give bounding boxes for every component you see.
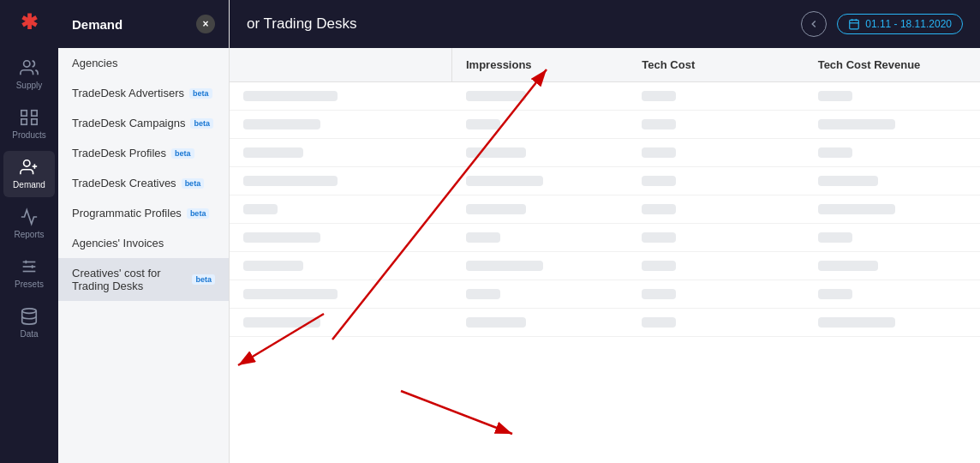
svg-rect-14 [850, 20, 859, 28]
menu-item-creatives-cost[interactable]: Creatives' cost for Trading Desks beta [58, 258, 229, 301]
svg-line-23 [401, 391, 512, 434]
dropdown-title: Demand [72, 17, 122, 32]
skeleton [642, 204, 676, 214]
demand-label: Demand [13, 180, 45, 190]
skeleton [243, 261, 303, 271]
col-header-0 [230, 48, 452, 81]
beta-badge: beta [187, 208, 210, 219]
table-row [230, 252, 980, 280]
skeleton [818, 176, 878, 186]
tradedesk-advertisers-label: TradeDesk Advertisers [72, 87, 184, 99]
skeleton [818, 317, 895, 328]
skeleton [818, 232, 852, 243]
products-icon [20, 108, 39, 127]
reports-label: Reports [14, 230, 44, 240]
data-label: Data [20, 329, 38, 340]
sidebar-item-presets[interactable]: Presets [3, 250, 55, 297]
creatives-cost-label: Creatives' cost for Trading Desks [72, 267, 187, 292]
skeleton [466, 232, 500, 243]
data-icon [20, 307, 39, 326]
skeleton [243, 176, 338, 186]
skeleton [818, 204, 895, 214]
skeleton [466, 176, 543, 186]
presets-icon [20, 257, 39, 276]
skeleton [642, 289, 676, 299]
skeleton [243, 204, 278, 214]
table-row [230, 167, 980, 195]
presets-label: Presets [15, 280, 44, 290]
tradedesk-campaigns-label: TradeDesk Campaigns [72, 117, 185, 129]
menu-item-tradedesk-advertisers[interactable]: TradeDesk Advertisers beta [58, 78, 229, 108]
close-button[interactable]: × [196, 15, 215, 33]
skeleton [466, 119, 500, 129]
skeleton [243, 147, 303, 158]
date-range-badge[interactable]: 01.11 - 18.11.2020 [837, 14, 963, 34]
table-row [230, 309, 980, 337]
page-title: or Trading Desks [247, 15, 357, 33]
tradedesk-creatives-label: TradeDesk Creatives [72, 177, 176, 189]
svg-point-0 [24, 61, 30, 67]
table-header: Impressions Tech Cost Tech Cost Revenue [230, 48, 980, 82]
menu-item-tradedesk-campaigns[interactable]: TradeDesk Campaigns beta [58, 108, 229, 138]
skeleton [818, 261, 878, 271]
svg-rect-1 [21, 111, 27, 116]
beta-badge: beta [189, 88, 212, 99]
sidebar-item-supply[interactable]: Supply [3, 51, 55, 98]
skeleton [642, 232, 676, 243]
skeleton [243, 289, 338, 299]
date-range-text: 01.11 - 18.11.2020 [865, 18, 952, 30]
skeleton [818, 91, 852, 101]
skeleton [243, 232, 320, 243]
skeleton [642, 147, 676, 158]
table-row [230, 111, 980, 139]
table-row [230, 280, 980, 309]
table-row [230, 139, 980, 167]
supply-label: Supply [16, 81, 43, 91]
col-header-tech-cost: Tech Cost [628, 48, 804, 81]
products-label: Products [12, 130, 45, 141]
reports-icon [20, 207, 39, 226]
agencies-invoices-label: Agencies' Invoices [72, 237, 164, 250]
skeleton [243, 119, 320, 129]
demand-icon [20, 158, 39, 177]
skeleton [466, 317, 526, 328]
menu-item-tradedesk-creatives[interactable]: TradeDesk Creatives beta [58, 168, 229, 198]
svg-rect-4 [32, 119, 37, 124]
beta-badge: beta [190, 118, 213, 129]
menu-item-tradedesk-profiles[interactable]: TradeDesk Profiles beta [58, 138, 229, 168]
skeleton [642, 317, 676, 328]
beta-badge: beta [171, 148, 194, 159]
skeleton [642, 261, 676, 271]
beta-badge: beta [182, 178, 205, 189]
tradedesk-profiles-label: TradeDesk Profiles [72, 147, 166, 159]
table-row [230, 224, 980, 252]
skeleton [243, 317, 320, 328]
sidebar-item-data[interactable]: Data [3, 300, 55, 346]
beta-badge: beta [192, 274, 215, 285]
sidebar-item-products[interactable]: Products [3, 101, 55, 147]
sidebar-item-demand[interactable]: Demand [3, 151, 55, 197]
skeleton [818, 147, 852, 158]
skeleton [466, 289, 500, 299]
menu-item-programmatic-profiles[interactable]: Programmatic Profiles beta [58, 198, 229, 228]
top-bar-right: 01.11 - 18.11.2020 [801, 11, 963, 37]
skeleton [466, 91, 526, 101]
table-row [230, 195, 980, 224]
menu-item-agencies-invoices[interactable]: Agencies' Invoices [58, 228, 229, 258]
skeleton [243, 91, 338, 101]
menu-item-agencies[interactable]: Agencies [58, 48, 229, 78]
skeleton [642, 176, 676, 186]
sidebar-item-reports[interactable]: Reports [3, 201, 55, 247]
skeleton [466, 261, 543, 271]
dropdown-sidebar: Demand × Agencies TradeDesk Advertisers … [58, 0, 230, 463]
icon-sidebar: ✱ Supply Products [0, 0, 58, 463]
svg-point-5 [24, 160, 30, 166]
table-row [230, 82, 980, 111]
supply-icon [20, 58, 39, 77]
svg-rect-2 [32, 111, 37, 116]
skeleton [818, 289, 852, 299]
dropdown-header: Demand × [58, 0, 229, 48]
nav-back-button[interactable] [801, 11, 827, 37]
programmatic-profiles-label: Programmatic Profiles [72, 207, 182, 219]
skeleton [642, 91, 676, 101]
